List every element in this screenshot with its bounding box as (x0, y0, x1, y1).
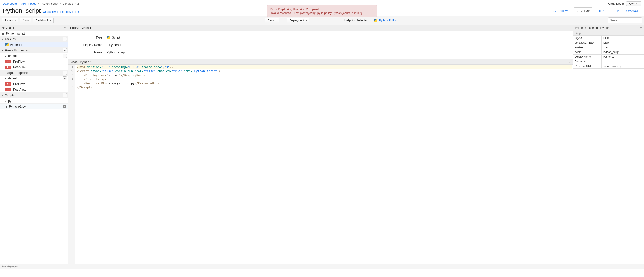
file-icon: ▮ (5, 105, 8, 108)
nav-proxy-endpoints[interactable]: Proxy Endpoints (5, 49, 28, 52)
proxy-icon: ≣ (2, 32, 5, 35)
search-input[interactable] (608, 17, 642, 23)
python-icon (5, 43, 8, 47)
nav-target-default[interactable]: default (8, 77, 18, 80)
prop-key-enabled: enabled (573, 45, 602, 50)
add-policy-button[interactable]: + (63, 37, 67, 41)
org-label: Organization (608, 2, 625, 6)
add-proxy-endpoint-button[interactable]: + (63, 48, 67, 52)
prop-val-displayname[interactable]: Python-1 (602, 55, 644, 59)
scripts-toggle[interactable]: ▾ (2, 94, 5, 97)
property-table: Script asyncfalse continueOnErrorfalse e… (573, 31, 644, 69)
all-badge: All (5, 60, 12, 63)
code-collapse[interactable]: ⌄ (569, 60, 571, 63)
target-endpoints-toggle[interactable]: ▾ (2, 72, 5, 74)
python-icon (106, 36, 110, 39)
navigator-collapse[interactable]: ≪ (64, 26, 66, 29)
alert-title: Error Deploying Revision 2 to prod (270, 8, 370, 11)
tools-menu[interactable]: Tools (265, 18, 279, 23)
add-target-flow-button[interactable]: + (63, 76, 67, 80)
save-button[interactable]: Save (20, 18, 31, 23)
nav-scripts[interactable]: Scripts (5, 93, 14, 97)
whats-new-link[interactable]: What's new in the Proxy Editor (42, 10, 79, 14)
prop-val-properties[interactable] (602, 59, 644, 64)
code-editor[interactable]: 1 2 3 4 5 6 <?xml version="1.0" encoding… (68, 65, 573, 264)
prop-val-enabled[interactable]: true (602, 45, 644, 50)
code-name: Python-1 (80, 60, 92, 64)
tab-develop[interactable]: DEVELOP (574, 8, 592, 15)
prop-key-continueonerror: continueOnError (573, 40, 602, 45)
breadcrumb-revision: 2 (77, 2, 79, 6)
policies-toggle[interactable]: ▾ (2, 38, 5, 40)
nav-target-preflow[interactable]: PreFlow (13, 82, 25, 86)
policy-header: Policy: Python-1 (70, 26, 91, 30)
prop-val-async[interactable]: false (602, 36, 644, 40)
project-menu[interactable]: Project (2, 18, 18, 23)
nav-policies[interactable]: Policies (5, 37, 16, 41)
all-badge: All (5, 88, 12, 91)
org-select[interactable]: myorg (626, 1, 641, 6)
nav-script-file[interactable]: Python-1.py (9, 105, 26, 108)
nav-target-endpoints[interactable]: Target Endpoints (5, 71, 28, 75)
add-proxy-flow-button[interactable]: + (63, 54, 67, 58)
prop-key-properties: Properties (573, 59, 602, 64)
tab-trace[interactable]: TRACE (596, 8, 610, 14)
breadcrumb-section: Develop (62, 2, 73, 6)
display-name-input[interactable] (106, 42, 259, 48)
name-value: Python_script (106, 51, 126, 54)
page-title: Python_script (3, 7, 41, 14)
breadcrumb-proxy: Python_script (40, 2, 58, 6)
help-label: Help for Selected (344, 19, 368, 22)
nav-py-folder[interactable]: py (8, 99, 12, 103)
target-default-toggle[interactable]: ▾ (5, 77, 8, 80)
inspector-title: Property Inspector (575, 26, 599, 30)
breadcrumb: Dashboard / API Proxies / Python_script … (3, 2, 79, 6)
proxy-default-toggle[interactable]: ▾ (5, 55, 8, 57)
breadcrumb-api-proxies[interactable]: API Proxies (21, 2, 36, 6)
nav-root[interactable]: Python_script (6, 32, 25, 35)
alert-close-button[interactable]: × (372, 7, 374, 11)
status-bar: Not deployed (0, 264, 644, 269)
alert-body: Invalid resource url ref py://myscript.p… (270, 11, 370, 15)
all-badge: All (5, 82, 12, 86)
prop-val-continueonerror[interactable]: false (602, 40, 644, 45)
prop-key-name: name (573, 50, 602, 55)
proxy-endpoints-toggle[interactable]: ▾ (2, 49, 5, 52)
type-value: Script (112, 36, 120, 39)
name-label: Name (73, 51, 106, 54)
nav-proxy-preflow[interactable]: PreFlow (13, 60, 25, 63)
navigator-title: Navigator (2, 26, 14, 30)
nav-proxy-postflow[interactable]: PostFlow (13, 65, 26, 69)
py-folder-toggle[interactable]: ▾ (5, 100, 8, 102)
inspector-section: Script (573, 31, 644, 36)
nav-target-postflow[interactable]: PostFlow (13, 88, 26, 91)
help-link[interactable]: Python Policy (379, 19, 397, 22)
tab-overview[interactable]: OVERVIEW (550, 8, 570, 14)
add-target-endpoint-button[interactable]: + (63, 71, 67, 75)
all-badge: All (5, 66, 12, 69)
type-label: Type (73, 36, 106, 39)
prop-key-async: async (573, 36, 602, 40)
nav-proxy-default[interactable]: default (8, 54, 18, 58)
prop-key-resourceurl: ResourceURL (573, 64, 602, 69)
inspector-collapse[interactable]: ≫ (640, 26, 642, 29)
inspector-subject: Python-1 (600, 26, 612, 30)
prop-val-name[interactable]: Python_script (602, 50, 644, 55)
display-name-label: Display Name (73, 43, 106, 47)
breadcrumb-dashboard[interactable]: Dashboard (3, 2, 17, 6)
prop-key-displayname: DisplayName (573, 55, 602, 59)
error-alert: Error Deploying Revision 2 to prod Inval… (267, 5, 377, 17)
prop-val-resourceurl[interactable]: py://myscript.py (602, 64, 644, 69)
nav-policy-item[interactable]: Python-1 (10, 43, 22, 47)
python-icon (374, 19, 377, 22)
tab-performance[interactable]: PERFORMANCE (615, 8, 641, 14)
code-label: Code (71, 60, 78, 64)
deployment-menu[interactable]: Deployment (287, 18, 310, 23)
revision-menu[interactable]: Revision 2 (33, 18, 54, 23)
add-script-button[interactable]: + (63, 93, 67, 97)
policy-collapse[interactable]: ⌃ (569, 26, 571, 29)
delete-script-button[interactable]: × (63, 105, 66, 108)
